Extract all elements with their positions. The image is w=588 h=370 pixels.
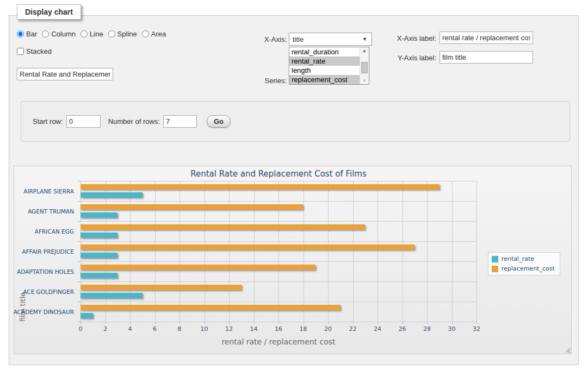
- x-axis-tick: [452, 322, 453, 324]
- x-axis-tick-label: 10: [201, 325, 208, 333]
- y-axis-label-caption: Y-Axis label:: [368, 54, 436, 62]
- chart-type-radio-label: Bar: [26, 30, 37, 38]
- chevron-down-icon: ▼: [362, 36, 367, 42]
- bar-replacement_cost: [81, 244, 414, 250]
- x-axis-tick: [353, 322, 354, 324]
- category-band-4: [81, 241, 476, 261]
- chart-type-radio-label: Line: [90, 30, 103, 38]
- stacked-label: Stacked: [26, 47, 52, 55]
- y-axis-tick: [78, 201, 81, 202]
- resize-handle-icon[interactable]: [564, 347, 571, 353]
- x-axis-tick-label: 4: [128, 325, 132, 333]
- y-axis-tick: [78, 241, 81, 242]
- legend-entry-rental_rate[interactable]: rental_rate: [492, 255, 555, 262]
- category-band-5: [81, 261, 476, 281]
- legend-entry-replacement_cost[interactable]: replacement_cost: [492, 265, 555, 272]
- category-label: AGENT TRUMAN: [14, 201, 74, 221]
- series-listbox[interactable]: rental_durationrental_ratelengthreplacem…: [289, 47, 369, 85]
- x-axis-select[interactable]: title ▼: [289, 33, 372, 46]
- series-listbox-items: rental_durationrental_ratelengthreplacem…: [289, 47, 360, 84]
- x-axis-tick-label: 16: [275, 325, 282, 333]
- y-axis-label-input[interactable]: [440, 51, 533, 64]
- chart-type-radio-label: Area: [151, 30, 166, 38]
- category-band-3: [81, 221, 476, 241]
- start-row-label: Start row:: [33, 117, 63, 126]
- legend-swatch-icon: [492, 266, 498, 272]
- x-axis-tick-label: 14: [250, 325, 258, 333]
- chart-type-option-column[interactable]: Column: [42, 30, 76, 38]
- category-label: ACE GOLDFINGER: [14, 281, 74, 302]
- series-option-rental_rate[interactable]: rental_rate: [289, 57, 360, 66]
- chart-type-radio-bar[interactable]: [17, 30, 24, 37]
- category-label: AIRPLANE SIERRA: [14, 181, 74, 201]
- legend-label: rental_rate: [502, 255, 534, 262]
- chart-type-radio-spline[interactable]: [108, 30, 115, 37]
- bar-rental_rate: [81, 212, 117, 218]
- stacked-checkbox[interactable]: [17, 48, 24, 55]
- bar-replacement_cost: [81, 285, 242, 290]
- x-axis-tick-label: 2: [103, 325, 107, 333]
- x-axis-tick: [130, 322, 131, 324]
- category-label: ACADEMY DINOSAUR: [14, 302, 74, 322]
- series-listbox-scrollbar[interactable]: ▲ ▼: [360, 47, 369, 84]
- category-label: AFRICAN EGG: [14, 221, 74, 241]
- scroll-up-icon[interactable]: ▲: [360, 48, 369, 53]
- bar-rental_rate: [81, 293, 143, 298]
- series-option-length[interactable]: length: [289, 66, 360, 75]
- bar-replacement_cost: [81, 305, 341, 310]
- num-rows-input[interactable]: [163, 115, 197, 128]
- chart-type-option-line[interactable]: Line: [81, 30, 103, 38]
- x-axis-tick-label: 12: [225, 325, 233, 333]
- stacked-checkbox-group: Stacked: [17, 47, 52, 55]
- category-band-6: [81, 281, 476, 302]
- x-axis-tick-label: 20: [324, 325, 332, 333]
- x-axis-tick: [106, 322, 106, 324]
- category-band-7: [81, 302, 476, 322]
- series-option-rental_duration[interactable]: rental_duration: [289, 47, 360, 57]
- display-chart-fieldset: Display chart BarColumnLineSplineArea St…: [9, 15, 579, 365]
- x-axis-tick: [81, 322, 81, 324]
- x-axis-tick-label: 32: [473, 325, 480, 333]
- chart-type-radio-line[interactable]: [81, 30, 88, 37]
- x-axis-tick: [229, 322, 230, 324]
- chart-title: Rental Rate and Replacement Cost of Film…: [81, 169, 476, 179]
- category-label: ADAPTATION HOLES: [14, 261, 74, 281]
- chart-x-axis-title: rental rate / replacement cost: [81, 337, 476, 346]
- chart-type-option-bar[interactable]: Bar: [17, 30, 37, 38]
- num-rows-label: Number of rows:: [108, 117, 160, 126]
- x-axis-tick: [328, 322, 329, 324]
- category-band-1: [81, 181, 476, 201]
- chart-type-option-spline[interactable]: Spline: [108, 30, 137, 38]
- x-axis-tick-label: 26: [399, 325, 406, 333]
- legend-swatch-icon: [492, 256, 498, 262]
- x-axis-selected-value: title: [293, 35, 304, 43]
- go-button[interactable]: Go: [207, 115, 231, 128]
- bar-rental_rate: [81, 273, 117, 278]
- x-axis-tick: [155, 322, 156, 324]
- scroll-down-icon[interactable]: ▼: [360, 78, 369, 83]
- chart-type-radio-area[interactable]: [142, 30, 149, 37]
- chart-type-option-area[interactable]: Area: [142, 30, 166, 38]
- start-row-input[interactable]: [66, 115, 101, 128]
- bar-replacement_cost: [81, 184, 440, 190]
- x-axis-tick: [377, 322, 378, 324]
- chart-panel: Rental Rate and Replacement Cost of Film…: [14, 166, 572, 354]
- y-axis-tick: [78, 261, 81, 262]
- x-axis-tick-label: 30: [448, 325, 456, 333]
- category-band-2: [81, 201, 476, 221]
- x-axis-tick-label: 22: [349, 325, 357, 333]
- series-option-replacement_cost[interactable]: replacement_cost: [289, 75, 360, 84]
- row-range-panel: Start row: Number of rows: Go: [21, 101, 570, 142]
- chart-title-input[interactable]: [17, 68, 113, 80]
- scrollbar-thumb[interactable]: [361, 62, 368, 73]
- x-axis-label-input[interactable]: [440, 32, 533, 44]
- x-axis-tick-label: 0: [79, 325, 83, 333]
- x-axis-tick: [403, 322, 403, 324]
- chart-legend: rental_ratereplacement_cost: [488, 252, 560, 275]
- y-axis-tick: [78, 281, 81, 282]
- y-axis-tick: [78, 221, 81, 222]
- bar-rental_rate: [81, 253, 117, 258]
- x-axis-tick: [427, 322, 428, 324]
- chart-type-radio-column[interactable]: [42, 30, 49, 37]
- x-axis-tick: [205, 322, 205, 324]
